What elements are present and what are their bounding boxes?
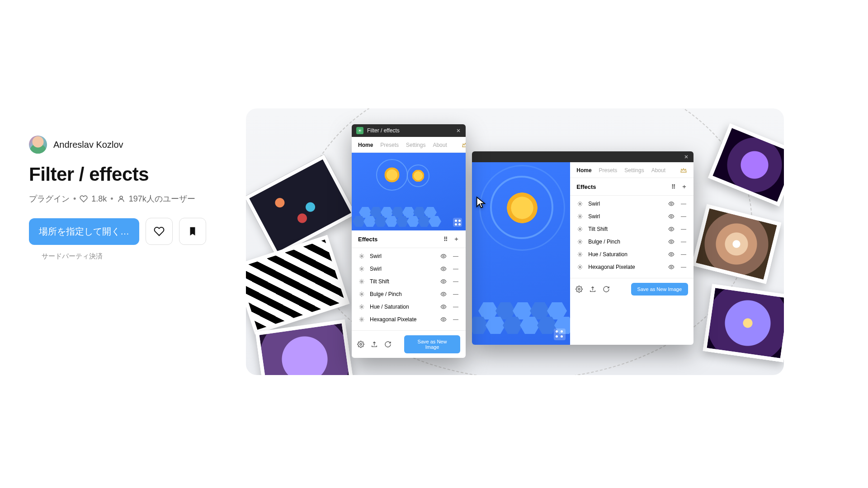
tab-settings[interactable]: Settings <box>406 142 425 148</box>
drag-handle-icon[interactable]: ⠿ <box>671 183 676 190</box>
tab-presets[interactable]: Presets <box>599 167 618 174</box>
visibility-icon[interactable] <box>440 304 448 310</box>
remove-effect-icon[interactable]: — <box>680 264 687 270</box>
remove-effect-icon[interactable]: — <box>680 226 687 232</box>
effect-name: Tilt Shift <box>588 226 664 232</box>
remove-effect-icon[interactable]: — <box>452 291 459 297</box>
effect-icon <box>358 303 365 310</box>
separator-dot: • <box>73 194 76 204</box>
effect-row[interactable]: Swirl— <box>354 250 463 263</box>
tab-about[interactable]: About <box>651 167 665 174</box>
effect-row[interactable]: Bulge / Pinch— <box>573 235 691 248</box>
save-button[interactable]: Save as New Image <box>404 335 460 353</box>
effect-icon <box>576 213 584 220</box>
remove-effect-icon[interactable]: — <box>452 278 459 285</box>
visibility-icon[interactable] <box>668 226 675 232</box>
svg-point-14 <box>359 130 360 131</box>
crown-icon[interactable] <box>680 167 687 174</box>
visibility-icon[interactable] <box>668 239 675 245</box>
visibility-icon[interactable] <box>668 251 675 258</box>
open-in-button[interactable]: 場所を指定して開く… <box>29 218 139 245</box>
remove-effect-icon[interactable]: — <box>680 213 687 220</box>
save-button[interactable]: Save as New Image <box>631 283 688 296</box>
effect-name: Swirl <box>588 201 664 207</box>
meta-users: 197k人のユーザー <box>129 193 195 204</box>
effect-row[interactable]: Swirl— <box>573 210 691 223</box>
bookmark-button[interactable] <box>179 218 206 245</box>
remove-effect-icon[interactable]: — <box>452 316 459 323</box>
effect-row[interactable]: Bulge / Pinch— <box>354 288 463 300</box>
meta-likes: 1.8k <box>91 194 107 204</box>
add-effect-icon[interactable]: ＋ <box>453 235 459 243</box>
effect-icon <box>358 265 365 272</box>
svg-point-1 <box>580 203 581 205</box>
effect-row[interactable]: Swirl— <box>573 197 691 210</box>
visibility-icon[interactable] <box>440 316 448 323</box>
export-icon[interactable] <box>589 286 596 293</box>
visibility-icon[interactable] <box>440 291 448 297</box>
svg-point-10 <box>670 253 672 255</box>
tab-presets[interactable]: Presets <box>380 142 399 148</box>
remove-effect-icon[interactable]: — <box>452 304 459 310</box>
refresh-icon[interactable] <box>603 286 610 293</box>
refresh-icon[interactable] <box>384 341 392 348</box>
effect-name: Hue / Saturation <box>370 304 436 310</box>
randomize-icon[interactable] <box>453 218 462 227</box>
visibility-icon[interactable] <box>668 201 675 207</box>
svg-point-2 <box>670 203 672 205</box>
effect-row[interactable]: Tilt Shift— <box>573 223 691 235</box>
randomize-icon[interactable] <box>554 328 566 340</box>
remove-effect-icon[interactable]: — <box>680 251 687 258</box>
gear-icon[interactable] <box>357 341 364 348</box>
effect-icon <box>576 263 584 271</box>
effect-row[interactable]: Hue / Saturation— <box>354 300 463 313</box>
effect-row[interactable]: Hexagonal Pixelate— <box>573 261 691 273</box>
payment-note: サードパーティ決済 <box>42 252 228 261</box>
crown-icon[interactable] <box>462 141 466 149</box>
author-row[interactable]: Andreslav Kozlov <box>29 136 228 154</box>
effect-row[interactable]: Tilt Shift— <box>354 275 463 288</box>
tab-home[interactable]: Home <box>358 142 373 148</box>
gear-icon[interactable] <box>576 286 583 293</box>
effect-row[interactable]: Hue / Saturation— <box>573 248 691 261</box>
export-icon[interactable] <box>371 341 378 348</box>
tab-settings[interactable]: Settings <box>624 167 644 174</box>
svg-point-19 <box>361 281 363 282</box>
heart-icon <box>154 226 165 237</box>
visibility-icon[interactable] <box>440 266 448 272</box>
close-icon[interactable] <box>456 128 461 133</box>
svg-point-15 <box>361 255 363 257</box>
author-name[interactable]: Andreslav Kozlov <box>53 140 123 150</box>
svg-point-26 <box>443 319 444 320</box>
remove-effect-icon[interactable]: — <box>452 266 459 272</box>
visibility-icon[interactable] <box>440 278 448 285</box>
effect-name: Hexagonal Pixelate <box>370 316 436 323</box>
svg-point-8 <box>670 241 672 243</box>
visibility-icon[interactable] <box>440 253 448 259</box>
add-effect-icon[interactable]: ＋ <box>681 183 687 191</box>
remove-effect-icon[interactable]: — <box>680 239 687 245</box>
remove-effect-icon[interactable]: — <box>680 201 687 207</box>
svg-point-22 <box>443 293 444 295</box>
tab-about[interactable]: About <box>433 142 447 148</box>
sample-photo <box>703 284 784 362</box>
effect-row[interactable]: Swirl— <box>354 263 463 275</box>
effect-name: Hexagonal Pixelate <box>588 264 664 270</box>
effect-name: Swirl <box>370 253 436 259</box>
preview-image: Home Presets Settings About Effects <box>246 108 784 375</box>
visibility-icon[interactable] <box>668 213 675 220</box>
author-avatar[interactable] <box>29 136 47 154</box>
user-icon <box>117 195 125 203</box>
plugin-window-large: Home Presets Settings About Effects <box>472 151 693 345</box>
effect-icon <box>576 200 584 207</box>
like-button[interactable] <box>146 218 173 245</box>
effect-icon <box>358 253 365 260</box>
drag-handle-icon[interactable]: ⠿ <box>443 236 448 243</box>
svg-point-27 <box>360 343 362 345</box>
remove-effect-icon[interactable]: — <box>452 253 459 259</box>
tab-home[interactable]: Home <box>576 167 591 174</box>
close-icon[interactable] <box>684 154 689 160</box>
visibility-icon[interactable] <box>668 264 675 270</box>
effect-icon <box>576 225 584 233</box>
effect-row[interactable]: Hexagonal Pixelate— <box>354 313 463 326</box>
